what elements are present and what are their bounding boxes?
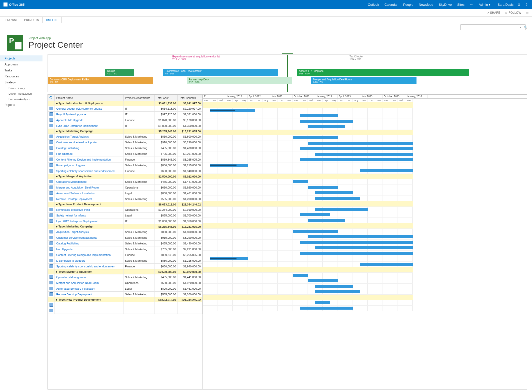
table-row[interactable]: Hub Upgrade Sales & Marketing $705,000.0… (48, 246, 202, 252)
table-row[interactable]: Remote Desktop Deployment Sales & Market… (48, 292, 202, 297)
project-link[interactable]: Merger and Acquisition Deal Room (55, 185, 124, 191)
timeline-bar[interactable]: Merger and Acquisition Deal Room2/28 - 7… (311, 77, 417, 84)
gantt-bar[interactable] (308, 235, 413, 238)
project-link[interactable]: Sporting celebrity sponsorship and endor… (55, 264, 124, 269)
sidebar-item-reports[interactable]: Reports (0, 102, 42, 108)
table-row[interactable]: Lync 2012 Enterprise Deployment IT $1,00… (48, 218, 202, 224)
table-row[interactable]: Sporting celebrity sponsorship and endor… (48, 264, 202, 269)
project-link[interactable]: E-campaign to bloggers (55, 258, 124, 264)
column-header[interactable]: Total Cost (155, 95, 178, 101)
ribbon-tab-projects[interactable]: PROJECTS (21, 17, 42, 23)
group-label[interactable]: ▸ Type: New Product Development (55, 297, 124, 302)
column-header[interactable]: Total Benefits (178, 95, 202, 101)
gantt-bar[interactable] (300, 158, 413, 161)
brand[interactable]: Office 365 (4, 2, 24, 6)
project-icon[interactable] (50, 236, 53, 239)
table-row[interactable]: Customer service feedback portal Sales &… (48, 140, 202, 145)
breadcrumb[interactable]: Project Web App (28, 36, 83, 40)
sidebar-item-resources[interactable]: Resources (0, 73, 42, 79)
table-row[interactable]: Catalog Publishing Sales & Marketing $43… (48, 241, 202, 246)
project-icon[interactable] (50, 180, 53, 183)
timeline-overview[interactable]: Expand raw material acquisition vendor l… (48, 54, 527, 92)
table-row[interactable] (48, 302, 202, 308)
project-icon[interactable] (50, 208, 53, 211)
gantt-bar[interactable] (315, 197, 360, 200)
project-icon[interactable] (50, 107, 53, 110)
table-row[interactable]: Sporting celebrity sponsorship and endor… (48, 168, 202, 174)
project-icon[interactable] (50, 253, 53, 256)
gantt-bar[interactable] (300, 147, 413, 150)
table-row[interactable]: Apparel ERP Upgrade Finance $1,020,000.0… (48, 117, 202, 123)
table-row[interactable]: Acquisition Target Analysis Sales & Mark… (48, 134, 202, 140)
project-link[interactable]: Removable protective lining (55, 207, 124, 213)
column-header[interactable]: Project Departments (124, 95, 155, 101)
table-row[interactable]: ▸ Type: Merger & Aquisition$2,500,000.00… (48, 174, 202, 179)
nav-link-people[interactable]: People (403, 3, 413, 6)
group-label[interactable]: ▸ Type: Infrastructure & Deployment (55, 101, 124, 106)
group-label[interactable]: ▸ Type: New Product Development (55, 202, 124, 207)
project-link[interactable]: Payroll System Upgrade (55, 112, 124, 117)
gantt-bar[interactable] (315, 301, 330, 304)
project-icon[interactable] (50, 230, 53, 233)
table-row[interactable]: Hub Upgrade Sales & Marketing $705,000.0… (48, 151, 202, 157)
gantt-bar[interactable] (315, 191, 353, 194)
project-icon[interactable] (50, 158, 53, 161)
group-label[interactable]: ▸ Type: Merger & Aquisition (55, 174, 124, 179)
project-icon[interactable] (50, 213, 53, 217)
follow-button[interactable]: ☆ FOLLOW (505, 11, 521, 14)
project-link[interactable]: Catalog Publishing (55, 241, 124, 246)
project-icon[interactable] (50, 281, 53, 284)
table-row[interactable]: Merger and Acquisition Deal Room Operati… (48, 280, 202, 286)
gantt-bar[interactable] (300, 241, 413, 244)
sidebar-item-driver-library[interactable]: Driver Library (0, 85, 42, 91)
project-link[interactable]: Content Filtering Design and Implementat… (55, 252, 124, 258)
gantt-bar[interactable] (293, 136, 338, 139)
gantt-bar[interactable] (210, 109, 255, 112)
project-link[interactable]: Acquisition Target Analysis (55, 134, 124, 140)
project-icon[interactable] (50, 146, 53, 150)
group-label[interactable]: ▸ Type: Marketing Campaign (55, 224, 124, 229)
table-row[interactable]: E-campaign to bloggers Sales & Marketing… (48, 258, 202, 264)
project-link[interactable]: General Ledger (GL) currency update (55, 106, 124, 112)
nav-link-skydrive[interactable]: SkyDrive (439, 3, 452, 6)
table-row[interactable] (48, 308, 202, 314)
sidebar-item-portfolio-analyses[interactable]: Portfolio Analyses (0, 96, 42, 102)
table-row[interactable]: ▸ Type: Infrastructure & Deployment$3,68… (48, 101, 202, 106)
gantt-bar[interactable] (360, 263, 413, 266)
project-link[interactable]: Remote Desktop Deployment (55, 196, 124, 202)
table-row[interactable]: Safety helmet for infants Legal $825,000… (48, 213, 202, 218)
project-link[interactable]: E-campaign to bloggers (55, 163, 124, 168)
project-icon[interactable] (50, 186, 53, 189)
project-icon[interactable] (50, 259, 53, 262)
project-link[interactable]: Lync 2012 Enterprise Deployment (55, 218, 124, 224)
table-row[interactable]: Customer service feedback portal Sales &… (48, 235, 202, 241)
project-icon[interactable] (50, 309, 53, 312)
project-link[interactable]: Operations Management (55, 274, 124, 280)
project-link[interactable]: Content Filtering Design and Implementat… (55, 157, 124, 163)
project-icon[interactable] (50, 287, 53, 290)
table-row[interactable]: ▸ Type: Merger & Aquisition$2,500,000.00… (48, 269, 202, 274)
nav-link-[interactable]: ⋯ (470, 3, 473, 6)
project-icon[interactable] (50, 303, 53, 307)
project-icon[interactable] (50, 247, 53, 251)
column-header[interactable]: Project Name (55, 95, 124, 101)
nav-link-calendar[interactable]: Calendar (384, 3, 398, 6)
project-icon[interactable] (50, 292, 53, 296)
nav-link-admin[interactable]: Admin ▾ (479, 3, 490, 6)
project-icon[interactable] (50, 219, 53, 223)
table-row[interactable]: Lync 2012 Enterprise Deployment IT $1,00… (48, 123, 202, 129)
project-link[interactable] (55, 308, 124, 314)
gantt-bar[interactable] (210, 164, 248, 167)
project-link[interactable]: Customer service feedback portal (55, 140, 124, 145)
project-icon[interactable] (50, 191, 53, 195)
project-link[interactable]: Operations Management (55, 179, 124, 185)
table-row[interactable]: ▸ Type: Marketing Campaign$5,235,348.00$… (48, 129, 202, 134)
share-button[interactable]: ↗ SHARE (486, 11, 500, 14)
gantt-bar[interactable] (308, 279, 338, 282)
sidebar-item-driver-prioritization[interactable]: Driver Prioritization (0, 91, 42, 96)
gantt-bar[interactable] (293, 230, 338, 233)
gantt-bar[interactable] (308, 186, 338, 189)
project-icon[interactable] (50, 197, 53, 200)
grid-columns[interactable]: ⓘProject NameProject DepartmentsTotal Co… (48, 95, 203, 389)
table-row[interactable]: Removable protective lining Operations $… (48, 207, 202, 213)
